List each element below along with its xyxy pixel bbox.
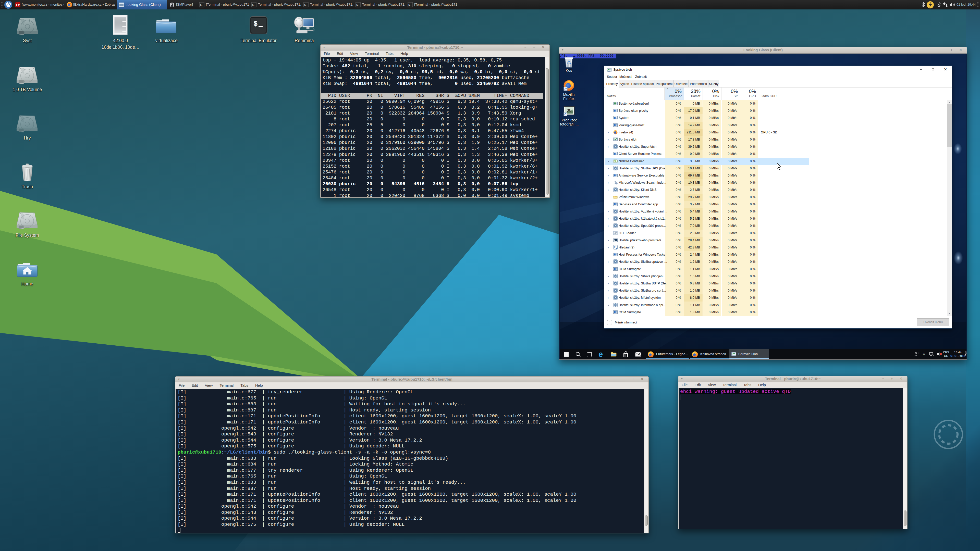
svg-text:$_: $_ bbox=[408, 3, 412, 6]
svg-text:$_: $_ bbox=[252, 3, 256, 6]
svg-text:$: $ bbox=[253, 20, 258, 28]
svg-text:$_: $_ bbox=[200, 3, 204, 6]
svg-text:$_: $_ bbox=[356, 3, 360, 6]
svg-text:$_: $_ bbox=[304, 3, 307, 6]
svg-text:Fz: Fz bbox=[16, 3, 20, 7]
